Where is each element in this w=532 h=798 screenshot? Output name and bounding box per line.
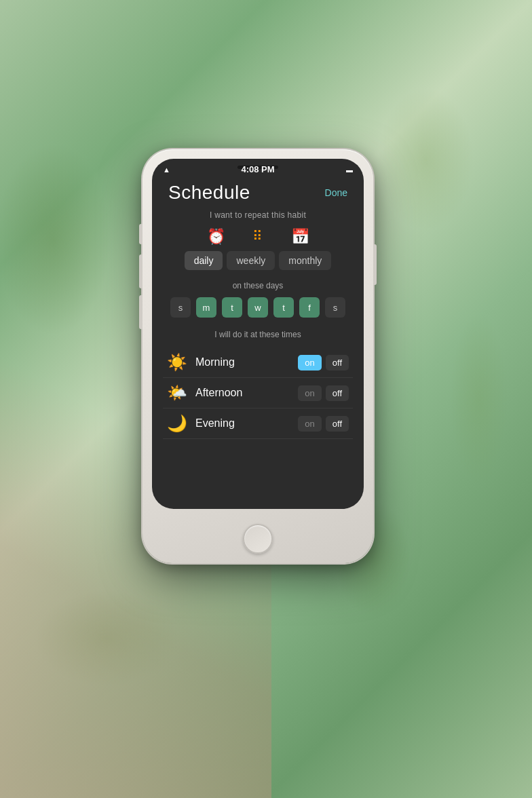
app-header: Schedule Done bbox=[163, 178, 353, 210]
wifi-icon: ▲ bbox=[163, 166, 170, 174]
clock-icon[interactable]: ⏰ bbox=[207, 228, 225, 246]
afternoon-toggle: on off bbox=[298, 385, 349, 401]
day-m[interactable]: m bbox=[196, 297, 216, 318]
app-title: Schedule bbox=[168, 182, 250, 204]
status-time: 4:08 PM bbox=[241, 164, 274, 174]
afternoon-off-button[interactable]: off bbox=[326, 385, 349, 401]
days-heading: on these days bbox=[163, 281, 353, 290]
day-s1[interactable]: s bbox=[170, 297, 191, 318]
home-button[interactable] bbox=[243, 524, 273, 554]
status-left: ▲ bbox=[163, 166, 170, 174]
daily-button[interactable]: daily bbox=[185, 251, 223, 270]
day-f[interactable]: f bbox=[299, 297, 320, 318]
afternoon-on-button[interactable]: on bbox=[298, 385, 321, 401]
phone-screen: ▲ 4:08 PM ▬ Schedule Done I want to repe… bbox=[152, 159, 364, 509]
evening-toggle: on off bbox=[298, 416, 349, 432]
morning-row: ☀️ Morning on off bbox=[163, 347, 353, 378]
day-w[interactable]: w bbox=[248, 297, 268, 318]
day-t2[interactable]: t bbox=[273, 297, 294, 318]
morning-icon: ☀️ bbox=[167, 353, 191, 372]
frequency-buttons: daily weekly monthly bbox=[163, 251, 353, 270]
phone-shell: ▲ 4:08 PM ▬ Schedule Done I want to repe… bbox=[142, 149, 373, 563]
morning-toggle: on off bbox=[298, 355, 349, 370]
days-row: s m t w t f s bbox=[163, 297, 353, 318]
evening-row: 🌙 Evening on off bbox=[163, 408, 353, 439]
afternoon-icon: 🌤️ bbox=[167, 383, 191, 402]
afternoon-label: Afternoon bbox=[195, 387, 298, 399]
day-t1[interactable]: t bbox=[222, 297, 242, 318]
evening-label: Evening bbox=[195, 417, 298, 430]
volume-down-button bbox=[139, 295, 142, 329]
times-heading: I will do it at these times bbox=[163, 330, 353, 339]
app-content: Schedule Done I want to repeat this habi… bbox=[152, 178, 364, 439]
power-button bbox=[373, 244, 377, 285]
morning-label: Morning bbox=[195, 356, 298, 368]
evening-icon: 🌙 bbox=[167, 414, 191, 433]
morning-off-button[interactable]: off bbox=[326, 355, 349, 370]
battery-icon: ▬ bbox=[346, 166, 353, 174]
calendar-icon[interactable]: 📅 bbox=[291, 228, 309, 246]
mute-button bbox=[139, 224, 142, 244]
morning-on-button[interactable]: on bbox=[298, 355, 321, 370]
monthly-button[interactable]: monthly bbox=[279, 251, 331, 270]
dots-icon[interactable]: ⠿ bbox=[252, 228, 264, 246]
evening-off-button[interactable]: off bbox=[326, 416, 349, 432]
done-button[interactable]: Done bbox=[325, 187, 347, 198]
phone: ▲ 4:08 PM ▬ Schedule Done I want to repe… bbox=[142, 149, 373, 563]
evening-on-button[interactable]: on bbox=[298, 416, 321, 432]
day-s2[interactable]: s bbox=[325, 297, 345, 318]
frequency-heading: I want to repeat this habit bbox=[163, 210, 353, 220]
weekly-button[interactable]: weekly bbox=[227, 251, 275, 270]
volume-up-button bbox=[139, 254, 142, 288]
frequency-icons: ⏰ ⠿ 📅 bbox=[163, 228, 353, 246]
status-right: ▬ bbox=[346, 166, 353, 174]
status-bar: ▲ 4:08 PM ▬ bbox=[152, 159, 364, 178]
afternoon-row: 🌤️ Afternoon on off bbox=[163, 378, 353, 408]
